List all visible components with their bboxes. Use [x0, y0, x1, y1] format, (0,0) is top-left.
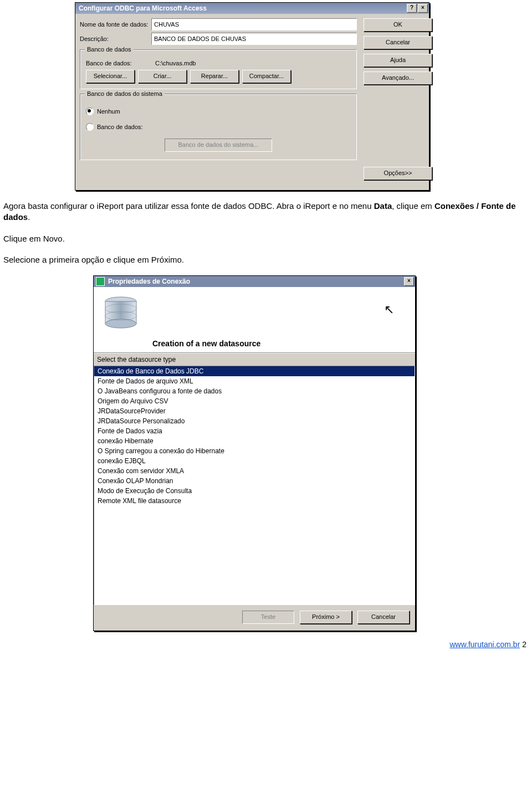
system-database-button: Banco de dados do sistema... — [165, 139, 272, 152]
list-item[interactable]: O JavaBeans configurou a fonte de dados — [94, 386, 415, 396]
help-icon[interactable]: ? — [407, 4, 417, 13]
list-item[interactable]: JRDataSource Personalizado — [94, 416, 415, 426]
footer-link[interactable]: www.furutani.com.br — [449, 640, 520, 649]
database-path-label: Banco de dados: — [86, 60, 155, 66]
doc-p3: Selecione a primeira opção e clique em P… — [3, 254, 529, 265]
help-button[interactable]: Ajuda — [364, 54, 432, 67]
options-button[interactable]: Opções>> — [364, 167, 432, 180]
dialog-titlebar: Configurar ODBC para Microsoft Access ? … — [75, 3, 429, 14]
list-item[interactable]: Conexão com servidor XMLA — [94, 466, 415, 476]
dialog-title: Configurar ODBC para Microsoft Access — [79, 4, 207, 12]
list-item[interactable]: Modo de Execução de Consulta — [94, 486, 415, 496]
database-group-title: Banco de dados — [85, 46, 134, 53]
datasource-name-label: Nome da fonte de dados: — [80, 21, 151, 28]
system-database-group-title: Banco de dados do sistema — [85, 90, 165, 97]
list-item[interactable]: Conexão OLAP Mondrian — [94, 476, 415, 486]
list-item[interactable]: conexão Hibernate — [94, 436, 415, 446]
compact-button[interactable]: Compactar... — [242, 70, 291, 83]
radio-none[interactable]: Nenhum — [86, 107, 351, 115]
test-button: Teste — [242, 611, 294, 624]
cursor-icon: ↖ — [384, 303, 394, 317]
ok-button[interactable]: OK — [364, 18, 432, 32]
connection-properties-dialog: Propriedades de Conexão × — [93, 275, 416, 631]
list-item[interactable]: Fonte de Dados vazia — [94, 426, 415, 436]
document-body-text: Agora basta configurar o iReport para ut… — [0, 201, 532, 265]
doc-p1-a: Agora basta configurar o iReport para ut… — [3, 201, 374, 211]
database-path-value: C:\chuvas.mdb — [155, 60, 196, 66]
dialog-titlebar: Propriedades de Conexão × — [94, 276, 415, 287]
dialog-header: ↖ Creation of a new datasource — [94, 287, 415, 353]
next-button[interactable]: Próximo > — [300, 611, 352, 624]
list-item[interactable]: conexão EJBQL — [94, 456, 415, 466]
close-icon[interactable]: × — [404, 277, 414, 286]
list-item[interactable]: Remote XML file datasource — [94, 496, 415, 506]
doc-p1-e: . — [28, 212, 30, 222]
page-number: 2 — [522, 640, 526, 649]
dialog-subheader: Select the datasource type — [94, 353, 415, 366]
dialog-title: Propriedades de Conexão — [108, 278, 190, 285]
select-button[interactable]: Selecionar... — [86, 70, 135, 83]
database-icon — [101, 294, 140, 334]
radio-database[interactable]: Banco de dados: — [86, 123, 351, 131]
page-footer: www.furutani.com.br 2 — [0, 631, 532, 649]
app-icon — [96, 277, 105, 286]
description-label: Descrição: — [80, 35, 151, 42]
doc-p1-c: , clique em — [392, 201, 434, 211]
radio-database-label: Banco de dados: — [97, 124, 143, 130]
radio-icon — [86, 123, 94, 131]
radio-none-label: Nenhum — [97, 108, 120, 115]
dialog-header-title: Creation of a new datasource — [152, 339, 260, 348]
list-item[interactable]: Fonte de Dados de arquivo XML — [94, 376, 415, 386]
list-item[interactable]: JRDataSourceProvider — [94, 406, 415, 416]
odbc-config-dialog: Configurar ODBC para Microsoft Access ? … — [75, 2, 429, 191]
database-group: Banco de dados Banco de dados: C:\chuvas… — [80, 49, 357, 89]
radio-icon — [86, 107, 94, 115]
create-button[interactable]: Criar... — [138, 70, 187, 83]
doc-p2: Clique em Novo. — [3, 233, 529, 244]
cancel-button[interactable]: Cancelar — [357, 611, 410, 624]
close-icon[interactable]: × — [418, 4, 428, 13]
datasource-type-list[interactable]: Conexão de Banco de Dados JDBCFonte de D… — [94, 366, 415, 605]
list-item[interactable]: O Spring carregou a conexão do Hibernate — [94, 446, 415, 456]
doc-p1-b: Data — [374, 201, 392, 211]
cancel-button[interactable]: Cancelar — [364, 36, 432, 49]
system-database-group: Banco de dados do sistema Nenhum Banco d… — [80, 94, 357, 160]
description-input[interactable] — [151, 33, 357, 45]
datasource-name-input[interactable] — [151, 18, 357, 30]
list-item[interactable]: Conexão de Banco de Dados JDBC — [94, 366, 415, 376]
list-item[interactable]: Origem do Arquivo CSV — [94, 396, 415, 406]
advanced-button[interactable]: Avançado... — [364, 71, 432, 85]
repair-button[interactable]: Reparar... — [190, 70, 239, 83]
